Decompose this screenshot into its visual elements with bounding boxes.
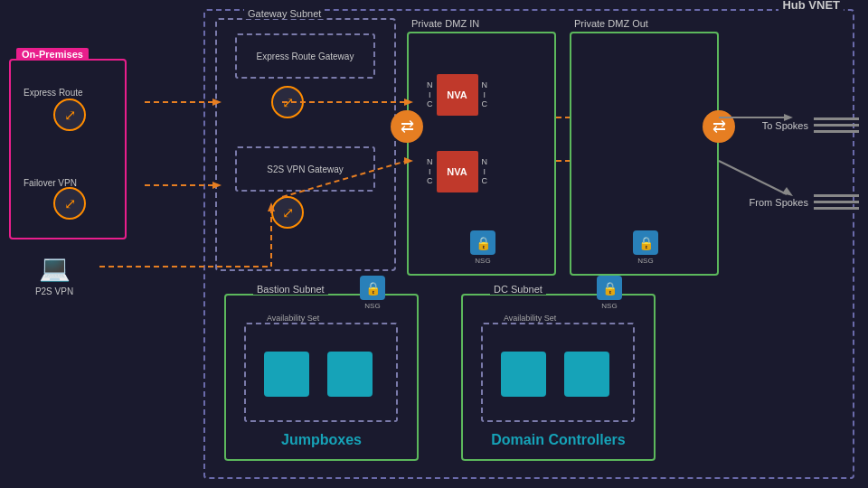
express-route-gw-box: Express Route Gateway (235, 33, 375, 79)
s2s-vpn-gw-box: S2S VPN Gateway (235, 146, 375, 192)
from-spoke-line-3 (814, 207, 859, 210)
spoke-line-2 (814, 124, 859, 127)
nsg-icon-dmz-in: 🔒 NSG (466, 230, 500, 265)
to-spokes-section: To Spokes (762, 117, 859, 133)
dmz-out-label: Private DMZ Out (574, 18, 648, 29)
failover-vpn-move-icon[interactable]: ⤢ (53, 187, 86, 220)
hub-vnet-label: Hub VNET (778, 0, 844, 12)
nsg-text-2: NSG (637, 257, 653, 265)
laptop-icon: 💻 (39, 254, 71, 282)
p2s-vpn-section: 💻 P2S VPN (9, 253, 99, 296)
from-spoke-line-2 (814, 201, 859, 203)
nsg-text-1: NSG (475, 257, 490, 265)
p2s-vpn-label: P2S VPN (9, 286, 99, 296)
vm-dc-1 (501, 352, 546, 397)
nva-label-1: NVA (447, 89, 467, 100)
vm-dc-2 (564, 352, 609, 397)
nsg-icon-bastion: 🔒 NSG (355, 276, 390, 310)
nsg-text-dc: NSG (601, 302, 617, 310)
nsg-icon-dmz-out: 🔒 NSG (628, 230, 663, 265)
nsg-lock-2: 🔒 (633, 230, 658, 255)
express-route-gw-label: Express Route Gateway (257, 52, 354, 61)
dmz-in-box: ⇄ NIC NVA NIC NIC NVA NIC 🔒 NSG (407, 32, 556, 276)
gateway-subnet-label: Gateway Subnet (244, 8, 325, 19)
nsg-text-bastion: NSG (364, 302, 380, 310)
dc-subnet-label: DC Subnet (490, 284, 546, 295)
from-spoke-line-1 (814, 194, 859, 197)
bastion-subnet-box: Bastion Subnet 🔒 NSG Availability Set Ju… (224, 294, 419, 461)
nic-label-2: NIC (427, 157, 433, 186)
nsg-lock-dc: 🔒 (597, 276, 622, 300)
from-spokes-section: From Spokes (750, 194, 859, 210)
bastion-subnet-label: Bastion Subnet (253, 284, 328, 295)
from-spokes-label: From Spokes (750, 197, 808, 208)
dmz-out-box: ⇄ 🔒 NSG (570, 32, 719, 276)
nsg-icon-dc: 🔒 NSG (592, 276, 627, 310)
avail-set-dc: Availability Set (481, 323, 635, 422)
share-icon-out-right: ⇄ (703, 110, 735, 143)
nva-icon-1: NVA (437, 74, 478, 116)
avail-set-bastion-label: Availability Set (264, 314, 322, 323)
to-spokes-lines (814, 117, 859, 133)
nic-label-1: NIC (427, 80, 433, 109)
vm-bastion-2 (327, 352, 373, 397)
dc-subnet-box: DC Subnet 🔒 NSG Availability Set Domain … (461, 294, 656, 461)
express-route-move-icon[interactable]: ⤢ (53, 99, 86, 131)
on-premises-box: On-Premises Express Route Failover VPN ⤢… (9, 59, 127, 239)
vm-bastion-1 (264, 352, 309, 397)
nva-icon-2: NVA (437, 151, 478, 192)
nva-block-2: NIC NVA NIC (427, 151, 487, 192)
diagram: Hub VNET On-Premises Express Route Failo… (0, 0, 868, 488)
avail-set-dc-label: Availability Set (501, 314, 559, 323)
spoke-line-3 (814, 130, 859, 133)
spoke-line-1 (814, 117, 859, 120)
dc-vms-label: Domain Controllers (463, 432, 654, 448)
nic-label-2b: NIC (482, 157, 488, 186)
dmz-in-label: Private DMZ IN (411, 18, 479, 29)
gateway-subnet-box: Gateway Subnet Express Route Gateway ⤢ S… (215, 18, 396, 271)
on-premises-label: On-Premises (16, 48, 89, 61)
nva-block-1: NIC NVA NIC (427, 74, 487, 116)
nsg-lock-bastion: 🔒 (360, 276, 385, 300)
express-route-gw-icon[interactable]: ⤢ (271, 86, 304, 118)
jumpboxes-label: Jumpboxes (226, 432, 417, 448)
nic-label-1b: NIC (482, 80, 488, 109)
nsg-lock-1: 🔒 (470, 230, 495, 255)
avail-set-bastion: Availability Set (244, 323, 398, 422)
express-route-label: Express Route (24, 88, 83, 98)
share-icon-in-left: ⇄ (391, 110, 423, 143)
to-spokes-label: To Spokes (762, 120, 808, 131)
nva-label-2: NVA (447, 166, 467, 177)
from-spokes-lines (814, 194, 859, 210)
s2s-vpn-gw-icon[interactable]: ⤢ (271, 196, 304, 229)
s2s-vpn-gw-label: S2S VPN Gateway (267, 164, 343, 174)
